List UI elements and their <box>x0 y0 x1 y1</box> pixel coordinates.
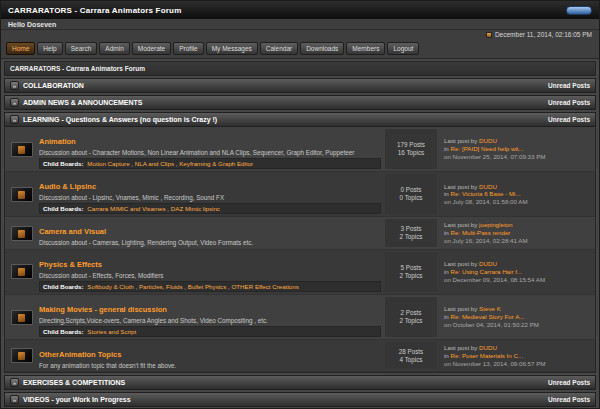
board-stats: 0 Posts 0 Topics <box>385 174 437 214</box>
board-row-other-animation: OtherAnimation Topics For any animation … <box>5 340 595 372</box>
board-row-audio-lipsinc: Audio & Lipsinc Discussion about - Lipsi… <box>5 172 595 217</box>
last-post-user-link[interactable]: DUDU <box>479 344 497 351</box>
posts-count: 0 Posts <box>401 186 422 194</box>
last-post-info: Last post by DUDU in Re: Victoria 6 Base… <box>441 174 591 214</box>
board-description: Discussion about - Cameras, Lighting, Re… <box>39 239 381 246</box>
last-post-date: on November 13, 2014, 09:06:57 PM <box>444 360 591 368</box>
nav-members[interactable]: Members <box>346 42 385 55</box>
nav-my-messages[interactable]: My Messages <box>206 42 258 55</box>
breadcrumb[interactable]: CARRARATORS - Carrara Animators Forum <box>4 61 596 76</box>
board-info: Audio & Lipsinc Discussion about - Lipsi… <box>39 174 381 214</box>
board-status-icon[interactable] <box>11 264 33 279</box>
unread-posts-link[interactable]: Unread Posts <box>548 82 590 89</box>
posts-count: 28 Posts <box>399 348 424 356</box>
topics-count: 0 Topics <box>400 194 423 202</box>
nav-profile[interactable]: Profile <box>173 42 203 55</box>
child-board-link[interactable]: Bullet Physics <box>184 283 226 290</box>
board-link[interactable]: Making Movies - general discussion <box>39 305 167 314</box>
last-post-user-link[interactable]: joepingleton <box>479 221 512 228</box>
unread-posts-link[interactable]: Unread Posts <box>548 396 590 403</box>
category-title[interactable]: ADMIN NEWS & ANNOUNCEMENTS <box>23 99 143 106</box>
last-post-topic-link[interactable]: Re: Using Carrara Hair f... <box>451 268 523 275</box>
child-boards-label: Child Boards: <box>43 205 84 212</box>
board-status-icon[interactable] <box>11 310 33 325</box>
board-link[interactable]: Animation <box>39 137 76 146</box>
unread-posts-link[interactable]: Unread Posts <box>548 116 590 123</box>
current-datetime: December 11, 2014, 02:16:05 PM <box>495 31 592 38</box>
board-status-icon[interactable] <box>11 348 33 363</box>
in-label: in <box>444 190 449 197</box>
nav-moderate[interactable]: Moderate <box>132 42 171 55</box>
last-post-topic-link[interactable]: Re: Medieval Story For A... <box>451 313 525 320</box>
nav-admin[interactable]: Admin <box>99 42 129 55</box>
child-board-link[interactable]: OTHER Effect Creations <box>228 283 299 290</box>
last-post-user-link[interactable]: DUDU <box>479 137 497 144</box>
board-link[interactable]: OtherAnimation Topics <box>39 350 121 359</box>
board-stats: 2 Posts 2 Topics <box>385 297 437 337</box>
board-status-icon[interactable] <box>11 187 33 202</box>
posts-count: 179 Posts <box>397 141 425 149</box>
last-post-date: on November 25, 2014, 07:09:33 PM <box>444 153 591 161</box>
last-post-by-label: Last post by <box>444 260 477 267</box>
last-post-user-link[interactable]: DUDU <box>479 183 497 190</box>
child-board-link[interactable]: Softbody & Cloth <box>87 283 133 290</box>
nav-search[interactable]: Search <box>65 42 98 55</box>
calendar-icon <box>486 32 492 38</box>
child-boards-label: Child Boards: <box>43 328 84 335</box>
board-status-icon[interactable] <box>11 142 33 157</box>
last-post-info: Last post by Steve K in Re: Medieval Sto… <box>441 297 591 337</box>
unread-posts-link[interactable]: Unread Posts <box>548 379 590 386</box>
nav-help[interactable]: Help <box>37 42 62 55</box>
nav-home[interactable]: Home <box>6 42 35 55</box>
collapse-icon[interactable]: » <box>10 115 19 124</box>
last-post-date: on July 16, 2014, 02:28:41 AM <box>444 237 591 245</box>
collapse-icon[interactable]: » <box>10 81 19 90</box>
nav-calendar[interactable]: Calendar <box>260 42 298 55</box>
child-board-link[interactable]: Stories and Script <box>87 328 136 335</box>
collapse-icon[interactable]: » <box>10 98 19 107</box>
last-post-date: on October 04, 2014, 01:50:22 PM <box>444 321 591 329</box>
user-area: Hello Doseven <box>1 19 599 30</box>
collapse-icon[interactable]: » <box>10 378 19 387</box>
last-post-user-link[interactable]: Steve K <box>479 305 501 312</box>
unread-posts-link[interactable]: Unread Posts <box>548 99 590 106</box>
last-post-info: Last post by DUDU in Re: Poser Materials… <box>441 342 591 369</box>
category-title[interactable]: EXERCISES & COMPETITIONS <box>23 379 125 386</box>
last-post-topic-link[interactable]: Re: [PAID] Need help wit... <box>451 145 524 152</box>
last-post-date: on July 08, 2014, 01:58:00 AM <box>444 198 591 206</box>
topics-count: 2 Topics <box>400 233 423 241</box>
category-bar-learning: » LEARNING - Questions & Answers (no que… <box>4 112 596 127</box>
board-link[interactable]: Physics & Effects <box>39 260 102 269</box>
child-boards-label: Child Boards: <box>43 160 84 167</box>
child-board-link[interactable]: Motion Capture <box>87 160 129 167</box>
category-bar-admin-news: » ADMIN NEWS & ANNOUNCEMENTS Unread Post… <box>4 95 596 110</box>
category-title[interactable]: LEARNING - Questions & Answers (no quest… <box>23 116 217 123</box>
last-post-user-link[interactable]: DUDU <box>479 260 497 267</box>
last-post-topic-link[interactable]: Re: Poser Materials In C... <box>451 352 524 359</box>
posts-count: 3 Posts <box>401 225 422 233</box>
last-post-topic-link[interactable]: Re: Victoria 6 Base - Mi... <box>451 190 521 197</box>
board-info: Animation Discussion about - Character M… <box>39 129 381 169</box>
date-line: December 11, 2014, 02:16:05 PM <box>1 30 599 40</box>
last-post-by-label: Last post by <box>444 344 477 351</box>
board-status-icon[interactable] <box>11 226 33 241</box>
nav-downloads[interactable]: Downloads <box>300 42 344 55</box>
category-title[interactable]: COLLABORATION <box>23 82 84 89</box>
board-link[interactable]: Camera and Visual <box>39 227 106 236</box>
child-board-link[interactable]: Particles, Fluids <box>135 283 182 290</box>
last-post-topic-link[interactable]: Re: Multi-Pass render <box>451 229 511 236</box>
child-board-link[interactable]: NLA and Clips <box>131 160 174 167</box>
board-description: For any animation topic that doesn't fit… <box>39 362 381 369</box>
child-board-link[interactable]: Carrara MIMIC and Visames <box>87 205 165 212</box>
collapse-icon[interactable]: » <box>10 395 19 404</box>
posts-count: 5 Posts <box>401 264 422 272</box>
category-title[interactable]: VIDEOS - your Work In Progress <box>23 396 131 403</box>
board-row-making-movies: Making Movies - general discussion Direc… <box>5 295 595 340</box>
collapse-header-button[interactable] <box>566 6 592 15</box>
child-board-link[interactable]: Keyframing & Graph Editor <box>176 160 253 167</box>
board-link[interactable]: Audio & Lipsinc <box>39 182 96 191</box>
nav-logout[interactable]: Logout <box>387 42 419 55</box>
child-board-link[interactable]: DAZ Mimic lipsinc <box>167 205 220 212</box>
last-post-date: on December 09, 2014, 08:15:54 AM <box>444 276 591 284</box>
board-row-physics-effects: Physics & Effects Discussion about - Eff… <box>5 250 595 295</box>
